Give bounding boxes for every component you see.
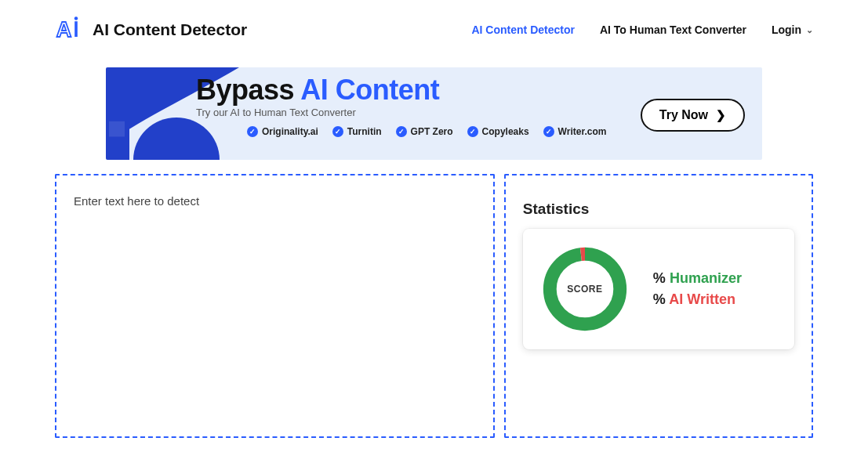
try-now-label: Try Now	[659, 108, 708, 122]
banner-wrap: Bypass AI Content Try our AI to Human Te…	[0, 52, 868, 160]
nav-detector[interactable]: AI Content Detector	[471, 24, 574, 36]
check-icon	[332, 126, 343, 137]
check-icon	[543, 126, 554, 137]
check-writer: Writer.com	[543, 126, 607, 137]
brand-logo[interactable]: A AI Content Detector	[55, 16, 247, 44]
nav-login-label: Login	[772, 24, 801, 36]
detect-input[interactable]	[74, 194, 476, 418]
score-legend: % Humanizer % AI Written	[653, 266, 742, 313]
stats-panel: Statistics SCORE % Humanizer % AI Writte…	[504, 174, 813, 438]
nav-login[interactable]: Login ⌄	[772, 24, 813, 36]
banner-headline-accent: AI Content	[300, 74, 439, 106]
input-panel	[55, 174, 495, 438]
check-turnitin: Turnitin	[332, 126, 382, 137]
banner-headline-prefix: Bypass	[196, 74, 300, 106]
brand-name: AI Content Detector	[93, 20, 247, 39]
header: A AI Content Detector AI Content Detecto…	[0, 0, 868, 52]
ai-label: AI Written	[669, 291, 735, 307]
humanizer-label: Humanizer	[670, 270, 742, 286]
svg-rect-1	[74, 21, 78, 37]
promo-banner: Bypass AI Content Try our AI to Human Te…	[106, 67, 762, 160]
score-label: SCORE	[539, 243, 631, 335]
chevron-down-icon: ⌄	[806, 25, 813, 35]
score-donut: SCORE	[539, 243, 631, 335]
svg-rect-5	[109, 121, 125, 137]
score-card: SCORE % Humanizer % AI Written	[523, 229, 794, 349]
check-copyleaks: Copyleaks	[467, 126, 529, 137]
panels: Statistics SCORE % Humanizer % AI Writte…	[0, 160, 868, 438]
legend-ai: % AI Written	[653, 291, 742, 308]
nav-converter[interactable]: AI To Human Text Converter	[600, 24, 746, 36]
pct-symbol: %	[653, 270, 666, 286]
legend-humanizer: % Humanizer	[653, 270, 742, 287]
check-originality: Originality.ai	[247, 126, 318, 137]
nav: AI Content Detector AI To Human Text Con…	[471, 24, 813, 36]
svg-point-2	[74, 16, 78, 20]
svg-text:A: A	[56, 18, 72, 42]
svg-rect-3	[106, 67, 129, 160]
check-icon	[467, 126, 478, 137]
check-icon	[396, 126, 407, 137]
chevron-right-icon: ❯	[716, 108, 726, 122]
try-now-button[interactable]: Try Now ❯	[641, 99, 745, 132]
check-icon	[247, 126, 258, 137]
pct-symbol-2: %	[653, 291, 666, 307]
check-gptzero: GPT Zero	[396, 126, 453, 137]
logo-icon: A	[55, 16, 83, 44]
stats-title: Statistics	[523, 201, 794, 218]
